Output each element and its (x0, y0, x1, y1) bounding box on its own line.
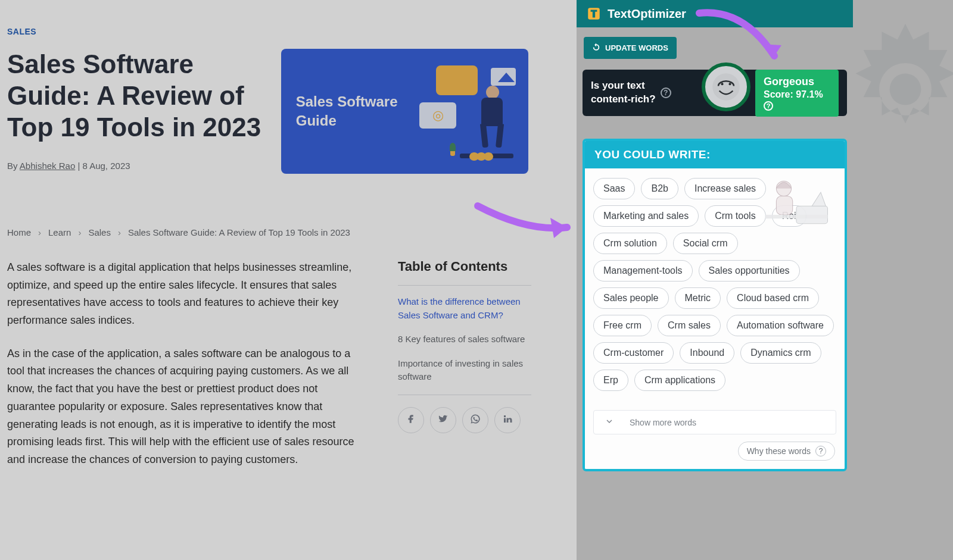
byline-date: 8 Aug, 2023 (83, 161, 130, 171)
suggestions-title: YOU COULD WRITE: (585, 141, 845, 168)
keyword-chip[interactable]: Dynamics crm (740, 342, 821, 364)
help-icon[interactable]: ? (764, 101, 773, 111)
writer-illustration (759, 174, 834, 231)
update-words-button[interactable]: UPDATE WORDS (584, 37, 677, 59)
chevron-down-icon (605, 417, 614, 428)
breadcrumb-sales[interactable]: Sales (88, 227, 111, 237)
breadcrumb-learn[interactable]: Learn (48, 227, 71, 237)
score-card: Is your text content-rich? ? Gorgeous Sc… (583, 70, 847, 116)
toc-heading: Table of Contents (398, 259, 531, 274)
toc-item[interactable]: What is the difference between Sales Sof… (398, 295, 531, 322)
why-words-label: Why these words (747, 446, 811, 456)
keyword-chip[interactable]: Marketing and sales (593, 205, 699, 227)
whatsapp-icon (470, 414, 481, 426)
score-value: Score: 97.1% (764, 89, 823, 100)
keyword-chip[interactable]: Crm-customer (593, 342, 674, 364)
chevron-right-icon: › (78, 227, 81, 237)
keyword-chip[interactable]: Crm applications (634, 370, 725, 391)
byline-prefix: By (7, 161, 20, 171)
show-more-words-button[interactable]: Show more words (593, 410, 836, 434)
score-question: Is your text content-rich? ? (591, 79, 671, 107)
text-optimizer-title: TextOptimizer (608, 7, 686, 21)
keyword-chip[interactable]: Crm sales (658, 315, 721, 336)
breadcrumb-home[interactable]: Home (7, 227, 31, 237)
table-of-contents: Table of Contents What is the difference… (398, 259, 531, 484)
why-these-words-button[interactable]: Why these words ? (738, 442, 835, 461)
breadcrumb-current: Sales Software Guide: A Review of Top 19… (128, 227, 350, 237)
keyword-chip[interactable]: Saas (593, 178, 635, 199)
byline: By Abhishek Rao | 8 Aug, 2023 (7, 161, 263, 171)
linkedin-icon (502, 414, 513, 426)
facebook-icon (406, 414, 416, 426)
share-linkedin-button[interactable] (494, 407, 521, 433)
share-whatsapp-button[interactable] (462, 407, 488, 433)
text-optimizer-sidebar: TextOptimizer UPDATE WORDS Is your text … (577, 0, 953, 560)
keyword-chip[interactable]: Sales people (593, 287, 669, 309)
help-icon: ? (815, 446, 826, 456)
keyword-chip[interactable]: Crm solution (593, 233, 667, 254)
show-more-label: Show more words (630, 418, 696, 427)
svg-point-2 (721, 83, 723, 85)
update-words-label: UPDATE WORDS (605, 43, 668, 52)
score-gorgeous: Gorgeous (764, 76, 830, 88)
divider (398, 285, 531, 286)
twitter-icon (438, 414, 449, 426)
keyword-chip[interactable]: Social crm (673, 233, 738, 254)
keyword-chip[interactable]: Automation software (727, 315, 834, 336)
chevron-right-icon: › (38, 227, 41, 237)
hero-title: Sales Software Guide (296, 92, 409, 131)
gear-background-icon (840, 24, 953, 155)
annotation-arrow (474, 200, 579, 242)
keyword-chip[interactable]: Cloud based crm (727, 287, 819, 309)
article-paragraph: As in the case of the application, a sal… (7, 345, 368, 469)
page-title: Sales Software Guide: A Review of Top 19… (7, 49, 263, 143)
keyword-chip[interactable]: Sales opportunities (699, 260, 800, 281)
article-paragraph: A sales software is a digital applicatio… (7, 259, 368, 330)
author-link[interactable]: Abhishek Rao (20, 161, 75, 171)
category-link[interactable]: SALES (7, 27, 36, 36)
svg-point-1 (712, 73, 740, 101)
annotation-arrow (696, 5, 791, 76)
byline-separator: | (75, 161, 82, 171)
score-badge: Gorgeous Score: 97.1% ? (755, 70, 839, 117)
keyword-chip[interactable]: Management-tools (593, 260, 693, 281)
svg-marker-9 (550, 218, 567, 238)
article-body: A sales software is a digital applicatio… (7, 259, 368, 484)
toc-item[interactable]: 8 Key features of sales software (398, 333, 531, 346)
svg-point-3 (728, 83, 731, 85)
keyword-chip[interactable]: B2b (641, 178, 678, 199)
suggestions-card: YOU COULD WRITE: Saas B2b Increase sales… (583, 139, 847, 471)
svg-rect-7 (765, 215, 828, 218)
hero-illustration (412, 61, 513, 162)
keyword-chip[interactable]: Increase sales (684, 178, 766, 199)
keyword-chip[interactable]: Inbound (680, 342, 734, 364)
help-icon[interactable]: ? (661, 87, 671, 98)
keyword-chip[interactable]: Erp (593, 370, 628, 391)
text-optimizer-logo-icon (586, 6, 602, 21)
hero-card: Sales Software Guide (281, 49, 528, 174)
chevron-right-icon: › (118, 227, 121, 237)
refresh-icon (592, 43, 600, 53)
toc-item[interactable]: Importance of investing in sales softwar… (398, 357, 531, 384)
share-twitter-button[interactable] (430, 407, 456, 433)
keyword-chip[interactable]: Crm tools (705, 205, 765, 227)
divider (398, 395, 531, 395)
article-panel: SALES Sales Software Guide: A Review of … (0, 0, 577, 560)
keyword-chip[interactable]: Free crm (593, 315, 652, 336)
svg-rect-6 (776, 196, 792, 215)
keyword-chip[interactable]: Metric (675, 287, 721, 309)
share-facebook-button[interactable] (398, 407, 424, 433)
